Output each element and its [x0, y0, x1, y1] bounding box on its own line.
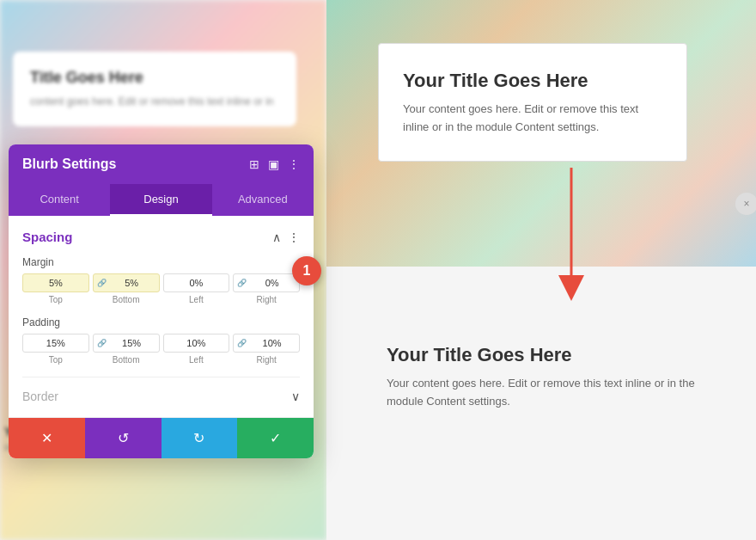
- spacing-section-header: Spacing ∧ ⋮: [22, 230, 300, 244]
- margin-label: Margin: [22, 256, 300, 268]
- settings-panel: Blurb Settings ⊞ ▣ ⋮ Content Design Adva…: [9, 144, 314, 458]
- panel-header: Blurb Settings ⊞ ▣ ⋮: [9, 144, 314, 184]
- blurred-card-title: Title Goes Here: [30, 69, 279, 87]
- padding-link-icon: 🔗: [97, 339, 107, 347]
- padding-left-input[interactable]: 10%: [163, 334, 230, 353]
- padding-top-input[interactable]: 15%: [22, 334, 89, 353]
- border-expand-icon[interactable]: ∨: [291, 390, 300, 403]
- margin-row: 5% Top 🔗 5% Bottom 0% Le: [22, 273, 300, 304]
- panel-body: Spacing ∧ ⋮ Margin 5% Top 🔗: [9, 216, 314, 417]
- panel-header-icons: ⊞ ▣ ⋮: [249, 157, 300, 171]
- margin-left-field: 0% Left: [163, 273, 230, 304]
- margin-top-field: 5% Top: [22, 273, 89, 304]
- panel-close-button[interactable]: ×: [735, 193, 756, 215]
- margin-bottom-value: 5%: [108, 278, 155, 288]
- padding-top-field: 15% Top: [22, 334, 89, 365]
- margin-bottom-label: Bottom: [113, 295, 140, 304]
- border-title: Border: [22, 390, 58, 403]
- padding-right-label: Right: [256, 355, 276, 365]
- svg-marker-1: [558, 275, 584, 301]
- margin-right-field: 🔗 0% Right: [233, 273, 300, 304]
- padding-left-value: 10%: [168, 338, 226, 348]
- padding-label: Padding: [22, 316, 300, 328]
- padding-right-value: 10%: [248, 338, 296, 348]
- preview-bottom-text: Your content goes here. Edit or remove t…: [387, 375, 696, 411]
- badge-one: 1: [292, 256, 321, 285]
- redo-button[interactable]: ↻: [162, 418, 238, 458]
- fullscreen-icon[interactable]: ⊞: [249, 157, 259, 171]
- margin-top-value: 5%: [27, 278, 85, 288]
- preview-top-title: Your Title Goes Here: [403, 70, 662, 92]
- margin-right-link-icon: 🔗: [237, 279, 247, 287]
- border-section: Border ∨: [22, 377, 300, 403]
- more-icon[interactable]: ⋮: [288, 157, 300, 171]
- tab-content[interactable]: Content: [9, 184, 110, 216]
- panel-title: Blurb Settings: [22, 156, 116, 172]
- bottom-toolbar: ✕ ↺ ↻ ✓: [9, 417, 314, 458]
- margin-left-label: Left: [189, 295, 204, 304]
- margin-bottom-input[interactable]: 🔗 5%: [93, 273, 160, 292]
- blurred-card-text: content goes here. Edit or remove this t…: [30, 94, 279, 109]
- save-button[interactable]: ✓: [237, 418, 314, 458]
- margin-right-input[interactable]: 🔗 0%: [233, 273, 300, 292]
- padding-left-field: 10% Left: [163, 334, 230, 365]
- tab-advanced[interactable]: Advanced: [212, 184, 314, 216]
- padding-row: 15% Top 🔗 15% Bottom 10%: [22, 334, 300, 365]
- preview-card-bottom: Your Title Goes Here Your content goes h…: [378, 344, 704, 411]
- border-header: Border ∨: [22, 390, 300, 403]
- padding-top-value: 15%: [27, 338, 85, 348]
- padding-left-label: Left: [189, 355, 204, 365]
- margin-top-input[interactable]: 5%: [22, 273, 89, 292]
- spacing-title: Spacing: [22, 230, 72, 244]
- blurred-bg-card: Title Goes Here content goes here. Edit …: [13, 52, 296, 126]
- padding-group: Padding 15% Top 🔗 15% Bottom: [22, 316, 300, 365]
- reset-button[interactable]: ↺: [85, 418, 162, 458]
- preview-top-text: Your content goes here. Edit or remove t…: [403, 101, 662, 137]
- spacing-section-controls: ∧ ⋮: [272, 230, 300, 244]
- spacing-more-icon[interactable]: ⋮: [288, 230, 300, 244]
- margin-right-value: 0%: [248, 278, 296, 288]
- right-preview-panel: Your Title Goes Here Your content goes h…: [326, 0, 756, 540]
- delete-button[interactable]: ✕: [9, 418, 85, 458]
- columns-icon[interactable]: ▣: [268, 157, 279, 171]
- tab-design[interactable]: Design: [110, 184, 211, 216]
- padding-top-label: Top: [49, 355, 63, 365]
- margin-bottom-field: 🔗 5% Bottom: [93, 273, 160, 304]
- padding-right-link-icon: 🔗: [237, 339, 247, 347]
- padding-bottom-value: 15%: [108, 338, 155, 348]
- margin-top-label: Top: [49, 295, 63, 304]
- panel-tabs: Content Design Advanced: [9, 184, 314, 216]
- padding-bottom-input[interactable]: 🔗 15%: [93, 334, 160, 353]
- padding-bottom-field: 🔗 15% Bottom: [93, 334, 160, 365]
- margin-left-input[interactable]: 0%: [163, 273, 230, 292]
- padding-bottom-label: Bottom: [113, 355, 140, 365]
- padding-right-input[interactable]: 🔗 10%: [233, 334, 300, 353]
- preview-card-top: Your Title Goes Here Your content goes h…: [378, 43, 687, 162]
- preview-bottom-title: Your Title Goes Here: [387, 344, 696, 366]
- spacing-collapse-icon[interactable]: ∧: [272, 230, 281, 244]
- margin-right-label: Right: [256, 295, 276, 304]
- margin-left-value: 0%: [168, 278, 226, 288]
- margin-link-icon: 🔗: [97, 279, 107, 287]
- padding-right-field: 🔗 10% Right: [233, 334, 300, 365]
- margin-group: Margin 5% Top 🔗 5% Bottom: [22, 256, 300, 304]
